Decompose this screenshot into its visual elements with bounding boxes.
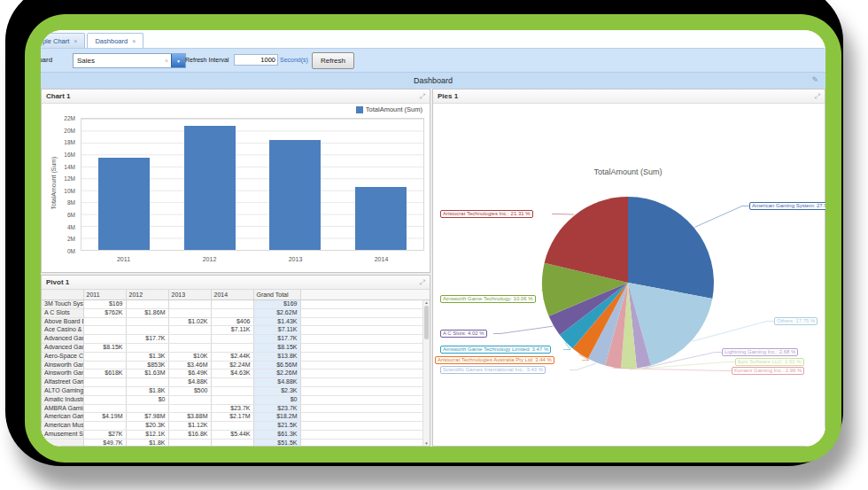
- pivot-row-label[interactable]: 3M Touch Syste...: [42, 300, 83, 309]
- pivot-row-label[interactable]: Alfastreet Gaming: [42, 378, 83, 387]
- pivot-cell[interactable]: $2.24M: [211, 361, 253, 369]
- vertical-scrollbar[interactable]: ▲ ▼: [422, 300, 430, 446]
- tab-close-icon[interactable]: ×: [132, 38, 136, 44]
- refresh-interval-input[interactable]: [234, 54, 278, 66]
- pivot-cell[interactable]: $10K: [168, 352, 211, 361]
- pivot-cell[interactable]: $7.98M: [126, 413, 168, 422]
- pivot-row-label[interactable]: Above Board El...: [42, 317, 83, 326]
- scroll-down-icon[interactable]: ▼: [424, 441, 428, 446]
- pivot-cell[interactable]: $51.5K: [253, 439, 300, 446]
- edit-pencil-icon[interactable]: ✎: [811, 75, 818, 84]
- pivot-cell[interactable]: [168, 326, 211, 335]
- pivot-row-label[interactable]: Ainsworth Game...: [42, 361, 83, 369]
- pivot-cell[interactable]: [126, 343, 168, 352]
- pivot-cell[interactable]: $7.11K: [253, 326, 300, 335]
- pivot-column-header[interactable]: [42, 290, 83, 300]
- pivot-cell[interactable]: $1.8K: [126, 439, 168, 446]
- pivot-cell[interactable]: [83, 422, 126, 431]
- pivot-cell[interactable]: $27K: [83, 430, 126, 439]
- pivot-cell[interactable]: [211, 335, 253, 344]
- bar-2013[interactable]: [269, 140, 321, 250]
- pivot-row-label[interactable]: Ainsworth Game...: [42, 369, 83, 378]
- pivot-row-label[interactable]: Amusement Ser...: [42, 430, 83, 439]
- pivot-cell[interactable]: [83, 404, 126, 413]
- pivot-column-header[interactable]: 2014: [211, 290, 253, 300]
- pivot-cell[interactable]: [211, 439, 253, 446]
- pie-slice-american-gaming-system[interactable]: [628, 197, 714, 299]
- pivot-row-label[interactable]: Ace Casino & G...: [42, 326, 83, 335]
- pivot-cell[interactable]: $2.17M: [211, 413, 253, 422]
- tab-simple-chart[interactable]: Simple Chart ×: [41, 33, 85, 48]
- pivot-row-label[interactable]: A C Slots: [42, 308, 83, 317]
- pivot-cell[interactable]: $169: [253, 300, 300, 309]
- pivot-cell[interactable]: $2.62M: [253, 308, 300, 317]
- chevron-down-icon[interactable]: ▼: [171, 54, 185, 67]
- pivot-cell[interactable]: [126, 404, 168, 413]
- pivot-row-label[interactable]: AMBRA Gaming: [42, 404, 83, 413]
- pivot-cell[interactable]: $21.5K: [253, 422, 300, 431]
- pivot-cell[interactable]: $618K: [83, 369, 126, 378]
- pivot-cell[interactable]: $1.02K: [168, 317, 211, 326]
- refresh-button[interactable]: Refresh: [312, 52, 354, 69]
- pivot-cell[interactable]: [83, 361, 126, 369]
- pivot-cell[interactable]: $5.44K: [211, 430, 253, 439]
- pivot-cell[interactable]: $4.88K: [253, 378, 300, 387]
- pivot-cell[interactable]: $61.3K: [253, 430, 300, 439]
- pivot-cell[interactable]: $8.15K: [83, 343, 126, 352]
- clear-icon[interactable]: ×: [162, 58, 171, 64]
- pivot-row-label[interactable]: Amatic Industrie...: [42, 395, 83, 404]
- pivot-cell[interactable]: $23.7K: [211, 404, 253, 413]
- pivot-cell[interactable]: [126, 300, 168, 309]
- pivot-row-label[interactable]: ALTO Gaming: [42, 386, 83, 395]
- pivot-cell[interactable]: $18.2M: [253, 413, 300, 422]
- pivot-cell[interactable]: [211, 308, 253, 317]
- pivot-cell[interactable]: $16.8K: [168, 430, 211, 439]
- pivot-cell[interactable]: $2.26M: [253, 369, 300, 378]
- bar-2014[interactable]: [355, 187, 407, 250]
- dashboard-select[interactable]: Sales × ▼: [73, 53, 186, 68]
- pivot-cell[interactable]: $6.49K: [168, 369, 211, 378]
- pivot-cell[interactable]: $2.44K: [211, 352, 253, 361]
- maximize-icon[interactable]: ⤢: [420, 278, 425, 287]
- pivot-cell[interactable]: $4.88K: [168, 378, 211, 387]
- pivot-cell[interactable]: [211, 386, 253, 395]
- maximize-icon[interactable]: ⤢: [420, 92, 425, 101]
- pivot-cell[interactable]: [211, 300, 253, 309]
- pivot-cell[interactable]: $6.56M: [253, 361, 300, 369]
- pivot-row-label[interactable]: Advanced Gami...: [42, 335, 83, 344]
- pivot-cell[interactable]: $3.88M: [168, 413, 211, 422]
- pivot-cell[interactable]: [126, 378, 168, 387]
- pivot-cell[interactable]: [83, 326, 126, 335]
- pivot-cell[interactable]: $8.15K: [253, 343, 300, 352]
- pivot-cell[interactable]: [83, 352, 126, 361]
- pivot-row-label[interactable]: [42, 439, 83, 446]
- pivot-cell[interactable]: $49.7K: [83, 439, 126, 446]
- pivot-cell[interactable]: [168, 335, 211, 344]
- pivot-cell[interactable]: $0: [126, 395, 168, 404]
- pivot-cell[interactable]: $4.19M: [83, 413, 126, 422]
- pivot-row-label[interactable]: Advanced Gami...: [42, 343, 83, 352]
- pivot-cell[interactable]: [168, 404, 211, 413]
- pivot-cell[interactable]: $1.86M: [126, 308, 168, 317]
- tab-dashboard[interactable]: Dashboard ×: [87, 33, 143, 48]
- pivot-cell[interactable]: $17.7K: [253, 335, 300, 344]
- maximize-icon[interactable]: ⤢: [815, 92, 820, 101]
- pivot-row-label[interactable]: American Music ...: [42, 422, 83, 431]
- pivot-cell[interactable]: [83, 317, 126, 326]
- pivot-cell[interactable]: $169: [83, 300, 126, 309]
- pivot-cell[interactable]: [168, 300, 211, 309]
- pivot-cell[interactable]: [168, 308, 211, 317]
- scroll-up-icon[interactable]: ▲: [424, 300, 428, 305]
- pivot-cell[interactable]: [126, 326, 168, 335]
- bar-2011[interactable]: [98, 158, 150, 250]
- pivot-cell[interactable]: [83, 386, 126, 395]
- pivot-cell[interactable]: [211, 378, 253, 387]
- pivot-cell[interactable]: [83, 378, 126, 387]
- pivot-column-header[interactable]: 2012: [126, 290, 168, 300]
- pivot-cell[interactable]: $23.7K: [253, 404, 300, 413]
- pivot-cell[interactable]: [211, 422, 253, 431]
- pivot-cell[interactable]: $1.63M: [126, 369, 168, 378]
- pivot-cell[interactable]: [168, 395, 211, 404]
- bar-2012[interactable]: [184, 126, 236, 250]
- pivot-cell[interactable]: [83, 335, 126, 344]
